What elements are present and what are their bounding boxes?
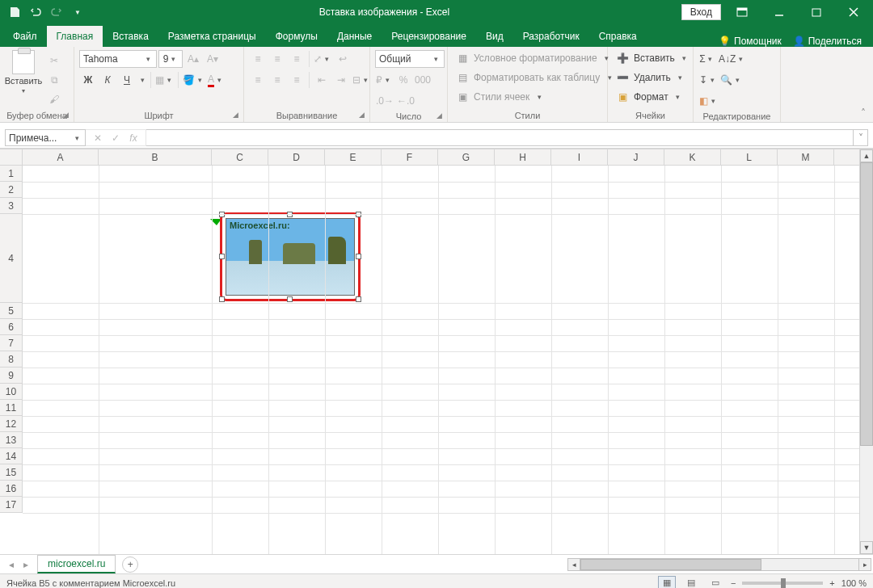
align-bottom-icon[interactable]: ≡ (288, 50, 306, 68)
wrap-text-icon[interactable]: ↩ (334, 50, 352, 68)
horizontal-scrollbar[interactable]: ◂ ▸ (566, 558, 873, 571)
scroll-thumb[interactable] (580, 559, 761, 570)
col-header[interactable]: C (212, 149, 268, 165)
minimize-icon[interactable] (763, 1, 795, 23)
find-icon[interactable]: 🔍▾ (719, 71, 743, 89)
redo-icon[interactable] (47, 2, 66, 22)
row-header[interactable]: 17 (0, 497, 22, 513)
undo-icon[interactable] (26, 2, 45, 22)
font-color-icon[interactable]: A▾ (207, 71, 225, 89)
tab-pagelayout[interactable]: Разметка страницы (158, 26, 266, 47)
grow-font-icon[interactable]: A▴ (184, 50, 202, 68)
close-icon[interactable] (837, 1, 870, 23)
tab-help[interactable]: Справка (589, 26, 647, 47)
col-header[interactable]: I (551, 149, 608, 165)
col-header[interactable]: K (664, 149, 721, 165)
row-header[interactable]: 2 (0, 182, 22, 198)
cells-area[interactable]: Microexcel.ru: (23, 166, 873, 554)
inserted-image[interactable]: Microexcel.ru: (226, 218, 355, 296)
ribbon-display-icon[interactable] (726, 1, 758, 23)
zoom-level[interactable]: 100 % (841, 578, 867, 588)
cut-icon[interactable]: ✂ (45, 52, 63, 69)
cell-styles-button[interactable]: ▣Стили ячеек▾ (453, 89, 547, 105)
add-sheet-button[interactable]: + (122, 556, 138, 573)
row-header[interactable]: 5 (0, 303, 22, 319)
formula-input[interactable] (146, 129, 854, 146)
font-name-combo[interactable]: Tahoma▾ (79, 50, 157, 68)
save-icon[interactable] (5, 2, 24, 22)
tab-formulas[interactable]: Формулы (266, 26, 327, 47)
select-all-corner[interactable] (0, 149, 23, 166)
bold-button[interactable]: Ж (79, 71, 97, 89)
italic-button[interactable]: К (99, 71, 116, 89)
decrease-indent-icon[interactable]: ⇤ (313, 71, 331, 89)
scroll-right-icon[interactable]: ▸ (858, 558, 871, 571)
conditional-formatting-button[interactable]: ▦Условное форматирование▾ (453, 50, 615, 66)
insert-cells-button[interactable]: ➕Вставить▾ (613, 50, 693, 66)
launcher-icon[interactable]: ◢ (61, 111, 70, 120)
percent-icon[interactable]: % (394, 71, 412, 89)
col-header[interactable]: A (23, 149, 99, 165)
tab-home[interactable]: Главная (47, 26, 103, 47)
cancel-icon[interactable]: ✕ (91, 132, 105, 144)
accounting-icon[interactable]: ₽▾ (375, 71, 393, 89)
clear-icon[interactable]: ◧▾ (698, 92, 719, 110)
maximize-icon[interactable] (800, 1, 833, 23)
col-header[interactable]: B (99, 149, 212, 165)
row-header[interactable]: 3 (0, 198, 22, 214)
format-painter-icon[interactable]: 🖌 (45, 90, 63, 108)
row-header[interactable]: 16 (0, 481, 22, 497)
share-button[interactable]: 👤Поделиться (793, 36, 862, 47)
launcher-icon[interactable]: ◢ (356, 111, 366, 120)
col-header[interactable]: M (778, 149, 834, 165)
column-headers[interactable]: ABCDEFGHIJKLM (23, 149, 873, 166)
fx-icon[interactable]: fx (126, 132, 141, 144)
merge-icon[interactable]: ⊟▾ (352, 71, 371, 89)
format-as-table-button[interactable]: ▤Форматировать как таблицу▾ (453, 69, 618, 86)
launcher-icon[interactable]: ◢ (230, 111, 240, 120)
qat-dropdown-icon[interactable]: ▼ (68, 2, 87, 22)
row-headers[interactable]: 1234567891011121314151617 (0, 166, 23, 513)
scroll-up-icon[interactable]: ▲ (860, 149, 873, 162)
scroll-left-icon[interactable]: ◂ (567, 558, 580, 571)
increase-decimal-icon[interactable]: .0→ (375, 92, 394, 110)
row-header[interactable]: 15 (0, 464, 22, 481)
col-header[interactable]: J (608, 149, 664, 165)
vertical-scrollbar[interactable]: ▲ ▼ (859, 149, 873, 554)
tab-view[interactable]: Вид (476, 26, 513, 47)
row-header[interactable]: 8 (0, 351, 22, 368)
col-header[interactable]: E (325, 149, 382, 165)
comment-image-box[interactable]: Microexcel.ru: (220, 212, 361, 301)
autosum-icon[interactable]: Σ▾ (698, 50, 716, 68)
worksheet-grid[interactable]: ABCDEFGHIJKLM 1234567891011121314151617 … (0, 149, 873, 554)
format-cells-button[interactable]: ▣Формат▾ (613, 89, 686, 105)
normal-view-icon[interactable]: ▦ (658, 576, 676, 589)
align-center-icon[interactable]: ≡ (268, 71, 286, 89)
tellme-button[interactable]: 💡Помощник (719, 36, 782, 47)
delete-cells-button[interactable]: ➖Удалить▾ (613, 69, 689, 86)
row-header[interactable]: 10 (0, 384, 22, 400)
row-header[interactable]: 9 (0, 368, 22, 384)
page-break-view-icon[interactable]: ▭ (706, 576, 724, 589)
row-header[interactable]: 14 (0, 448, 22, 464)
col-header[interactable]: G (438, 149, 495, 165)
align-top-icon[interactable]: ≡ (249, 50, 267, 68)
tab-file[interactable]: Файл (3, 26, 47, 47)
tab-developer[interactable]: Разработчик (513, 26, 589, 47)
tab-insert[interactable]: Вставка (103, 26, 158, 47)
sheet-tab[interactable]: microexcel.ru (37, 555, 116, 573)
copy-icon[interactable]: ⧉ (45, 71, 63, 89)
row-header[interactable]: 7 (0, 335, 22, 351)
enter-icon[interactable]: ✓ (108, 132, 123, 144)
name-box[interactable]: Примеча...▾ (5, 129, 86, 146)
sheet-nav[interactable]: ◂▸ (0, 559, 37, 570)
scroll-down-icon[interactable]: ▼ (860, 541, 873, 554)
sort-filter-icon[interactable]: A↓Z▾ (718, 50, 746, 68)
paste-button[interactable]: Вставить ▾ (5, 50, 42, 94)
underline-button[interactable]: Ч (118, 71, 136, 89)
row-header[interactable]: 6 (0, 319, 22, 335)
increase-indent-icon[interactable]: ⇥ (332, 71, 350, 89)
launcher-icon[interactable]: ◢ (434, 111, 444, 121)
align-left-icon[interactable]: ≡ (249, 71, 267, 89)
col-header[interactable]: H (495, 149, 551, 165)
